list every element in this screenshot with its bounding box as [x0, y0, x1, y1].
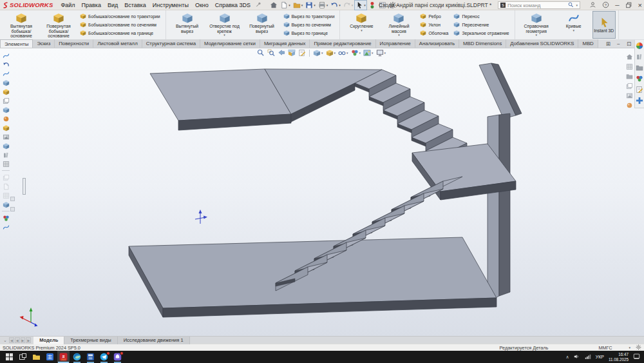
staircase-model[interactable]: [0, 48, 644, 336]
feature-tool-12[interactable]: [3, 151, 10, 159]
command-tab-6[interactable]: Моделирование сетки: [200, 39, 260, 48]
ribbon-stack-item[interactable]: Перенос: [453, 12, 509, 20]
dropdown-caret-icon[interactable]: ▾: [301, 3, 303, 7]
apply-scene-button[interactable]: ▾: [363, 49, 374, 57]
action-center-icon[interactable]: [633, 353, 640, 361]
zoom-fit-button[interactable]: [256, 49, 265, 57]
command-tab-1[interactable]: Элементы: [0, 39, 33, 48]
menu-item-6[interactable]: Окно: [192, 1, 212, 9]
feature-tool-3[interactable]: [3, 70, 10, 77]
file-explorer-button[interactable]: [30, 351, 43, 363]
panel-image-tab[interactable]: [626, 92, 633, 99]
three-d-views-tab[interactable]: Трехмерные виды: [64, 337, 117, 344]
ribbon-button-вытянутый-вырез[interactable]: Вытянутый вырез: [169, 12, 205, 34]
ribbon-button-скругление[interactable]: Скругление▾: [343, 12, 379, 32]
hide-show-items-button[interactable]: ▾: [337, 49, 349, 57]
home-button[interactable]: [269, 1, 278, 10]
feature-tool-5[interactable]: [3, 88, 10, 95]
feature-tool-9[interactable]: [3, 124, 10, 132]
dropdown-caret-icon[interactable]: ▾: [384, 51, 386, 55]
sheet-nav-2[interactable]: ◀: [15, 337, 20, 343]
sheet-nav-3[interactable]: ▶: [21, 337, 26, 343]
ribbon-stack-item[interactable]: Бобышка/основание по траектории: [80, 12, 160, 20]
dropdown-caret-icon[interactable]: ▾: [314, 3, 316, 7]
dropdown-caret-icon[interactable]: ▾: [289, 3, 290, 7]
dropdown-caret-icon[interactable]: ▾: [364, 3, 366, 7]
annotation-views-button[interactable]: [298, 49, 307, 57]
select-button[interactable]: ▾: [355, 1, 366, 10]
feature-manager-flyout-icon[interactable]: [10, 197, 15, 201]
feature-tool-2[interactable]: [3, 61, 10, 68]
pack-and-go-tab[interactable]: [636, 97, 643, 104]
units-caret-icon[interactable]: ▾: [629, 346, 630, 349]
feature-tool-19[interactable]: [3, 223, 10, 231]
edit-appearance-button[interactable]: ▾: [350, 49, 362, 57]
model-tab[interactable]: Модель: [33, 337, 64, 344]
view-orientation-button[interactable]: ▾: [312, 49, 324, 57]
command-tab-13[interactable]: MBD: [578, 39, 598, 48]
custom-properties-tab[interactable]: [636, 86, 643, 93]
panel-home-tab[interactable]: [626, 54, 633, 61]
feature-tool-4[interactable]: [3, 79, 10, 86]
panel-folder-tab[interactable]: [626, 73, 633, 80]
feature-tool-7[interactable]: [3, 106, 10, 113]
dropdown-caret-icon[interactable]: ▾: [321, 51, 323, 55]
panel-globe-tab[interactable]: [626, 102, 633, 109]
command-tab-12[interactable]: Добавления SOLIDWORKS: [506, 39, 578, 48]
section-view-button[interactable]: [287, 49, 296, 57]
save-button[interactable]: ▾: [305, 1, 316, 10]
user-account-icon[interactable]: [589, 1, 596, 10]
ribbon-stack-item[interactable]: Вырез по сечениям: [283, 21, 335, 28]
ribbon-button-справочная-геометрия[interactable]: Справочная геометрия▾: [518, 12, 554, 37]
command-tab-9[interactable]: Исправление: [376, 39, 415, 48]
panel-pattern-tab[interactable]: [626, 83, 633, 90]
search-caret-icon[interactable]: ▾: [576, 3, 578, 7]
panel-grid-tab[interactable]: [626, 63, 633, 70]
rebuild-button[interactable]: [368, 1, 377, 10]
dropdown-caret-icon[interactable]: ▾: [573, 29, 574, 33]
menu-item-4[interactable]: Вставка: [121, 1, 149, 9]
ribbon-button-отверстие-под-крепеж[interactable]: Отверстие под крепеж▾: [207, 12, 243, 37]
feature-tool-14[interactable]: [3, 173, 10, 181]
open-file-button[interactable]: ▾: [292, 1, 304, 10]
ribbon-button-повернутый-вырез[interactable]: Повернутый вырез: [244, 12, 280, 34]
ribbon-stack-item[interactable]: Зеркальное отражение: [453, 29, 509, 37]
ribbon-stack-item[interactable]: Бобышка/основание по сечениям: [80, 21, 160, 28]
task-view-button[interactable]: [17, 351, 29, 363]
display-style-button[interactable]: ▾: [325, 49, 337, 57]
pin-menu-icon[interactable]: [255, 1, 261, 9]
ribbon-stack-item[interactable]: Бобышка/основание на границе: [80, 29, 160, 37]
dropdown-caret-icon[interactable]: ▾: [372, 51, 374, 55]
command-tab-4[interactable]: Листовой металл: [93, 39, 142, 48]
undo-button[interactable]: ▾: [330, 1, 341, 10]
menu-item-1[interactable]: Файл: [57, 1, 78, 9]
feature-tool-16[interactable]: [3, 191, 10, 199]
dropdown-caret-icon[interactable]: ▾: [359, 51, 361, 55]
feature-tool-11[interactable]: [3, 142, 10, 150]
redo-button[interactable]: ▾: [343, 1, 354, 10]
view-settings-button[interactable]: ▾: [375, 49, 387, 57]
dropdown-caret-icon[interactable]: ▾: [352, 3, 354, 7]
edge-browser-button[interactable]: [71, 351, 83, 363]
feature-tool-1[interactable]: [3, 52, 10, 59]
minimize-doc-button[interactable]: −: [617, 41, 620, 47]
ribbon-stack-item[interactable]: Вырез по траектории: [283, 12, 335, 20]
ribbon-stack-item[interactable]: Оболочка: [420, 29, 448, 37]
feature-manager-flyout-icon[interactable]: [10, 207, 15, 211]
hidden-icons-chevron-icon[interactable]: ∧: [566, 355, 569, 360]
previous-view-button[interactable]: [277, 49, 286, 57]
feature-tool-8[interactable]: [3, 115, 10, 123]
clock[interactable]: 16:47 11.08.2025: [609, 352, 629, 362]
file-explorer-tab[interactable]: [636, 64, 643, 72]
dropdown-caret-icon[interactable]: ▾: [398, 34, 400, 37]
dropdown-caret-icon[interactable]: ▾: [346, 51, 348, 55]
print-button[interactable]: ▾: [317, 1, 329, 10]
sheet-nav-1[interactable]: ◀: [9, 337, 14, 343]
graphics-viewport[interactable]: ▾▾▾▾▾▾: [0, 48, 644, 336]
status-gear-icon[interactable]: [636, 344, 641, 351]
feature-tool-13[interactable]: [3, 160, 10, 168]
language-indicator[interactable]: УКР: [596, 355, 604, 359]
feature-manager-splitter[interactable]: [23, 178, 26, 195]
restore-button[interactable]: [625, 1, 632, 10]
telegram-app-button[interactable]: [98, 351, 110, 363]
